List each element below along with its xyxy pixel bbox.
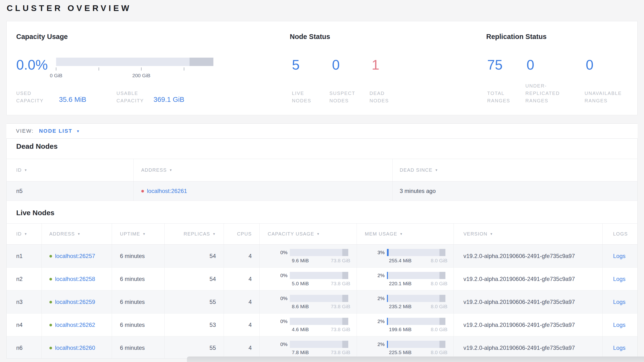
table-row: n6 localhost:26260 6 minutes 55 4 0% 7.8… — [7, 336, 638, 359]
usage-bar — [290, 341, 348, 348]
live-col-version[interactable]: VERSION▼ — [454, 224, 602, 245]
mem-usage-cell: 3% 255.4 MiB8.0 GiB — [356, 245, 454, 268]
under-replicated-label: UNDER- REPLICATED RANGES — [525, 82, 560, 104]
node-address-link[interactable]: localhost:26262 — [55, 322, 95, 328]
usage-used: 9.6 MiB — [292, 258, 309, 264]
dead-col-id[interactable]: ID▼ — [7, 159, 134, 182]
live-status-dot-icon — [50, 347, 52, 349]
usable-capacity-label: USABLE CAPACITY — [116, 90, 144, 104]
node-version: v19.2.0-alpha.20190606-2491-gfe735c9a97 — [454, 245, 602, 268]
column-label: ID — [16, 231, 22, 237]
node-id: n2 — [7, 268, 42, 290]
live-col-replicas[interactable]: REPLICAS▼ — [164, 224, 224, 245]
node-id: n5 — [7, 182, 134, 201]
usage-bar-reserved — [342, 318, 348, 325]
dead-col-dead-since[interactable]: DEAD SINCE▼ — [392, 159, 638, 182]
live-col-id[interactable]: ID▼ — [7, 224, 42, 245]
node-address-link[interactable]: localhost:26258 — [55, 276, 95, 282]
usage-percent: 0% — [260, 341, 290, 347]
logs-link[interactable]: Logs — [613, 253, 626, 259]
mem-usage-cell: 2% 220.1 MiB8.0 GiB — [356, 268, 454, 290]
node-address-cell: localhost:26257 — [42, 245, 112, 268]
node-address-link[interactable]: localhost:26257 — [55, 253, 95, 259]
usage-bar-reserved — [342, 272, 348, 279]
node-cpus: 4 — [224, 290, 260, 313]
logs-cell: Logs — [602, 313, 638, 336]
live-col-mem-usage[interactable]: MEM USAGE▼ — [356, 224, 454, 245]
node-cpus: 4 — [224, 336, 260, 359]
axis-tick — [184, 67, 184, 71]
live-status-dot-icon — [50, 255, 52, 258]
live-col-uptime[interactable]: UPTIME▼ — [112, 224, 164, 245]
capacity-usage-cell: 0% 9.6 MiB73.8 GiB — [260, 245, 356, 268]
column-label: DEAD SINCE — [400, 167, 432, 173]
cluster-overview-page: CLUSTER OVERVIEW Capacity Usage 0.0% 0 G… — [0, 0, 644, 362]
logs-link[interactable]: Logs — [613, 322, 626, 328]
node-list-card: Dead Nodes ID▼ ADDRESS▼ DEAD SINCE▼ n5 l… — [6, 139, 638, 359]
usage-total: 73.8 GiB — [331, 258, 350, 264]
dead-nodes-header-row: ID▼ ADDRESS▼ DEAD SINCE▼ — [7, 159, 638, 182]
usage-percent: 3% — [357, 250, 387, 255]
node-cpus: 4 — [224, 313, 260, 336]
live-col-cpus[interactable]: CPUS — [224, 224, 260, 245]
usage-total: 8.0 GiB — [430, 349, 447, 355]
node-address-link[interactable]: localhost:26260 — [55, 344, 95, 351]
node-replicas: 54 — [164, 268, 224, 290]
logs-link[interactable]: Logs — [613, 344, 626, 351]
usage-percent: 0% — [260, 318, 290, 324]
live-col-address[interactable]: ADDRESS▼ — [42, 224, 112, 245]
node-id: n6 — [7, 336, 42, 359]
sort-desc-icon: ▼ — [142, 232, 146, 236]
column-label: REPLICAS — [184, 231, 210, 237]
live-nodes-table: ID▼ ADDRESS▼ UPTIME▼ REPLICAS▼ CPUS CAPA… — [7, 223, 638, 359]
usage-bar — [387, 295, 446, 302]
table-row: n3 localhost:26259 6 minutes 55 4 0% 8.6… — [7, 290, 638, 313]
usage-used: 7.8 MiB — [292, 349, 309, 355]
column-label: CPUS — [237, 231, 252, 237]
logs-link[interactable]: Logs — [613, 299, 626, 305]
dead-nodes-count: 1 — [372, 57, 379, 72]
sort-desc-icon: ▼ — [77, 232, 81, 236]
usage-used: 5.0 MiB — [292, 281, 309, 286]
node-address-link[interactable]: localhost:26261 — [147, 188, 187, 194]
mem-usage-cell: 2% 225.5 MiB8.0 GiB — [356, 336, 454, 359]
sort-desc-icon: ▼ — [400, 232, 403, 236]
node-id: n1 — [7, 245, 42, 268]
view-dropdown[interactable]: NODE LIST ▼ — [39, 128, 80, 134]
usage-bar — [387, 272, 446, 279]
axis-tick — [56, 67, 56, 71]
column-label: VERSION — [464, 231, 488, 237]
sort-desc-icon: ▼ — [24, 232, 28, 236]
usage-bar-reserved — [440, 318, 446, 325]
node-id: n3 — [7, 290, 42, 313]
node-address-cell: localhost:26258 — [42, 268, 112, 290]
usage-bar-reserved — [440, 341, 446, 348]
logs-link[interactable]: Logs — [613, 276, 626, 282]
usage-bar-fill — [387, 272, 388, 279]
usage-percent: 0% — [260, 295, 290, 301]
bottom-sheet-shadow — [187, 356, 644, 362]
usage-percent: 2% — [357, 341, 387, 347]
usage-total: 8.0 GiB — [430, 327, 447, 332]
capacity-percent: 0.0% — [16, 57, 48, 72]
dead-col-address[interactable]: ADDRESS▼ — [134, 159, 392, 182]
node-cpus: 4 — [224, 245, 260, 268]
used-capacity-label: USED CAPACITY — [16, 90, 44, 104]
usage-bar-fill — [387, 295, 388, 302]
chevron-down-icon: ▼ — [76, 129, 80, 133]
replication-status-title: Replication Status — [486, 33, 546, 41]
usage-total: 8.0 GiB — [430, 304, 447, 309]
usage-bar — [387, 318, 446, 325]
node-address-cell: localhost:26260 — [42, 336, 112, 359]
axis-tick — [141, 67, 142, 71]
usage-percent: 2% — [357, 295, 387, 301]
sort-desc-icon: ▼ — [169, 168, 172, 172]
node-cpus: 4 — [224, 268, 260, 290]
live-col-capacity-usage[interactable]: CAPACITY USAGE▼ — [260, 224, 356, 245]
column-label: ADDRESS — [141, 167, 167, 173]
node-uptime: 6 minutes — [112, 336, 164, 359]
capacity-usage-title: Capacity Usage — [16, 33, 68, 41]
usage-bar-reserved — [440, 249, 446, 256]
node-address-link[interactable]: localhost:26259 — [55, 299, 95, 305]
usage-total: 8.0 GiB — [430, 281, 447, 286]
